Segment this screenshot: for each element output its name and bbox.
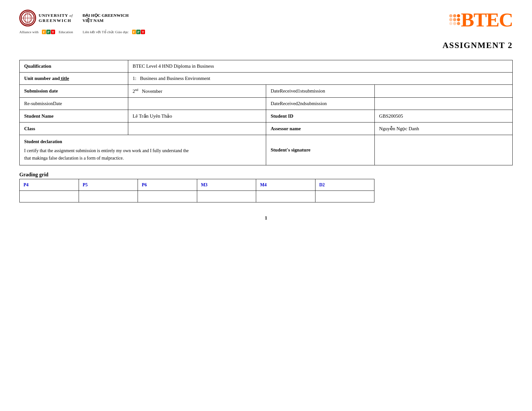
grading-header-m4: M4 — [256, 179, 315, 191]
unit-title-underline: title — [60, 76, 69, 81]
grading-value-d2 — [315, 191, 374, 202]
grading-value-m4 — [256, 191, 315, 202]
grading-value-m3 — [197, 191, 256, 202]
qualification-value: BTEC Level 4 HND Diploma in Business — [128, 60, 512, 73]
grading-section: Grading grid P4 P5 P6 M3 M4 D2 — [19, 172, 513, 202]
alliance-with-label: Alliance with — [19, 30, 39, 34]
greenwich-label: GREENWICH — [39, 18, 73, 23]
grading-header-p5: P5 — [79, 179, 138, 191]
date-received-2nd-label: DateReceived2ndsubmission — [266, 98, 374, 110]
main-info-table: Qualification BTEC Level 4 HND Diploma i… — [19, 60, 513, 165]
lien-ket-label: Liên kết với Tổ chức Giáo dục — [83, 30, 129, 34]
re-submission-row: Re-submissionDate DateReceived2ndsubmiss… — [20, 98, 513, 110]
dai-hoc-line2: VIỆT NAM — [82, 18, 129, 23]
student-id-label: Student ID — [266, 110, 374, 122]
grading-header-p4: P4 — [20, 179, 79, 191]
fpt-logo-right: FPT — [132, 30, 145, 34]
header-left: UNIVERSITY of GREENWICH ĐẠI HỌC GREENWIC… — [19, 10, 145, 34]
grading-value-p5 — [79, 191, 138, 202]
declaration-line1: I certify that the assignment submission… — [24, 147, 261, 154]
btec-text: BTEC — [461, 10, 513, 30]
grading-header-row: P4 P5 P6 M3 M4 D2 — [20, 179, 374, 191]
declaration-row: Student declaration I certify that the a… — [20, 135, 513, 165]
student-name-row: Student Name Lê Trần Uyên Thảo Student I… — [20, 110, 513, 122]
grading-label: Grading grid — [19, 172, 513, 178]
student-name-label: Student Name — [20, 110, 128, 122]
date-received-2nd-value — [374, 98, 512, 110]
re-submission-value — [128, 98, 266, 110]
re-submission-label: Re-submissionDate — [20, 98, 128, 110]
submission-value: 2nd November — [128, 85, 266, 98]
university-logo: UNIVERSITY of GREENWICH — [19, 10, 73, 26]
btec-dots — [449, 14, 460, 25]
dai-hoc-line1: ĐẠI HỌC GREENWICH — [82, 13, 129, 18]
alliance-row: Alliance with FPT Education Liên kết với… — [19, 30, 145, 34]
dai-hoc-logo: ĐẠI HỌC GREENWICH VIỆT NAM — [82, 13, 129, 23]
declaration-line2: that makinga false declaration is a form… — [24, 155, 261, 162]
alliance-text-left: Alliance with FPT Education — [19, 30, 73, 34]
fpt-logo-left: FPT — [42, 30, 55, 34]
assignment-title: ASSIGNMENT 2 — [19, 41, 513, 50]
class-value — [128, 122, 266, 135]
page-header: UNIVERSITY of GREENWICH ĐẠI HỌC GREENWIC… — [19, 10, 513, 34]
unit-row: Unit number and title 1: Business and Bu… — [20, 73, 513, 85]
submission-row: Submission date 2nd November DateReceive… — [20, 85, 513, 98]
class-label: Class — [20, 122, 128, 135]
header-logos-row: UNIVERSITY of GREENWICH ĐẠI HỌC GREENWIC… — [19, 10, 145, 26]
signature-value — [374, 135, 512, 165]
btec-logo: BTEC — [449, 10, 513, 30]
declaration-heading: Student declaration — [24, 139, 62, 144]
grading-table: P4 P5 P6 M3 M4 D2 — [19, 179, 374, 202]
page-number: 1 — [19, 215, 513, 221]
qualification-row: Qualification BTEC Level 4 HND Diploma i… — [20, 60, 513, 73]
class-row: Class Assessor name Nguyễn Ngọc Danh — [20, 122, 513, 135]
unit-label: Unit number and title — [20, 73, 128, 85]
alliance-text-right: Liên kết với Tổ chức Giáo dục FPT — [83, 30, 145, 34]
grading-header-m3: M3 — [197, 179, 256, 191]
student-id-value: GBS200505 — [374, 110, 512, 122]
signature-label: Student's signature — [266, 135, 374, 165]
submission-label: Submission date — [20, 85, 128, 98]
grading-value-p6 — [138, 191, 197, 202]
declaration-cell: Student declaration I certify that the a… — [20, 135, 266, 165]
grading-header-d2: D2 — [315, 179, 374, 191]
declaration-text: Student declaration I certify that the a… — [24, 138, 261, 162]
assessor-value: Nguyễn Ngọc Danh — [374, 122, 512, 135]
grading-header-p6: P6 — [138, 179, 197, 191]
uni-name-text: UNIVERSITY of GREENWICH — [39, 13, 73, 23]
date-received-1st-label: DateReceived1stsubmission — [266, 85, 374, 98]
student-name-value: Lê Trần Uyên Thảo — [128, 110, 266, 122]
education-label: Education — [59, 30, 73, 34]
grading-value-p4 — [20, 191, 79, 202]
university-label: UNIVERSITY of — [39, 13, 73, 18]
assessor-label: Assessor name — [266, 122, 374, 135]
date-received-1st-value — [374, 85, 512, 98]
unit-value: 1: Business and Business Environment — [128, 73, 512, 85]
qualification-label: Qualification — [20, 60, 128, 73]
grading-value-row — [20, 191, 374, 202]
uni-emblem — [19, 10, 36, 26]
